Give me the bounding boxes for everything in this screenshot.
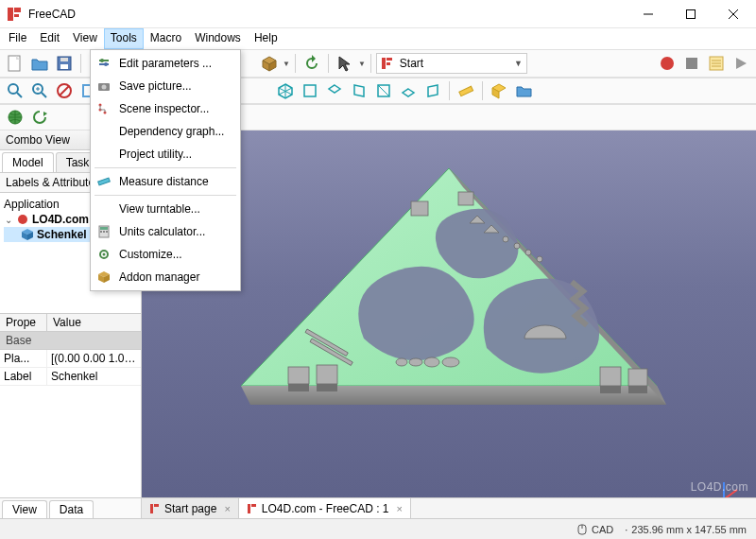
zoom-in-icon[interactable]	[28, 79, 51, 102]
svg-line-43	[378, 85, 389, 96]
menu-scene-inspector[interactable]: Scene inspector...	[93, 97, 238, 120]
calculator-icon	[96, 224, 112, 239]
refresh-icon[interactable]	[301, 52, 323, 75]
stop-icon[interactable]	[680, 52, 703, 75]
menu-addon-manager[interactable]: Addon manager	[93, 266, 238, 288]
svg-rect-11	[60, 58, 68, 61]
doc-tab-current[interactable]: LO4D.com - FreeCAD : 1 ×	[239, 498, 411, 518]
tab-model[interactable]: Model	[2, 152, 54, 172]
front-view-icon[interactable]	[299, 79, 321, 102]
menu-help[interactable]: Help	[248, 28, 284, 49]
top-view-icon[interactable]	[323, 79, 346, 102]
gear-icon	[96, 247, 112, 262]
property-row-placement[interactable]: Pla... [(0.00 0.00 1.00); 0.0...	[0, 350, 141, 368]
svg-point-91	[100, 59, 104, 62]
svg-rect-20	[686, 58, 697, 69]
svg-point-67	[442, 357, 459, 367]
play-icon[interactable]	[730, 52, 752, 75]
menu-units-calculator[interactable]: Units calculator...	[93, 220, 238, 243]
menu-view-turntable[interactable]: View turntable...	[93, 198, 238, 220]
tab-data[interactable]: Data	[49, 500, 94, 518]
svg-rect-46	[459, 86, 473, 96]
menu-edit[interactable]: Edit	[33, 28, 66, 49]
svg-point-92	[104, 62, 108, 66]
menu-dependency-graph[interactable]: Dependency graph...	[93, 120, 238, 143]
folder-icon[interactable]	[512, 79, 535, 102]
svg-line-27	[17, 93, 22, 97]
titlebar: FreeCAD	[0, 0, 756, 28]
menu-customize[interactable]: Customize...	[93, 243, 238, 266]
menu-macro[interactable]: Macro	[144, 28, 188, 49]
freecad-icon	[247, 503, 258, 514]
web-icon[interactable]	[4, 106, 26, 129]
menu-view[interactable]: View	[66, 28, 104, 49]
menu-windows[interactable]: Windows	[188, 28, 248, 49]
sliders-icon	[96, 56, 112, 71]
doc-tab-startpage[interactable]: Start page ×	[142, 498, 239, 518]
workbench-label: Start	[400, 57, 423, 70]
menu-separator	[94, 195, 236, 196]
svg-rect-60	[600, 367, 621, 386]
svg-point-26	[9, 84, 18, 94]
camera-icon	[96, 78, 112, 94]
svg-marker-41	[354, 85, 364, 96]
close-icon[interactable]: ×	[224, 503, 230, 514]
svg-point-105	[103, 253, 106, 256]
menu-tools[interactable]: Tools	[104, 28, 144, 49]
property-row-label[interactable]: Label Schenkel	[0, 368, 141, 386]
minimize-button[interactable]	[627, 0, 669, 28]
svg-rect-18	[387, 62, 390, 65]
measure-icon[interactable]	[455, 79, 477, 102]
workbench-selector[interactable]: Start ▼	[376, 53, 527, 74]
iso-view-icon[interactable]	[274, 79, 297, 102]
tree-icon	[96, 101, 112, 116]
zoom-fit-icon[interactable]	[4, 79, 26, 102]
part-cube-icon	[21, 228, 34, 241]
svg-rect-77	[317, 384, 337, 391]
toolbar-separator	[449, 81, 450, 100]
close-button[interactable]	[712, 0, 754, 28]
record-icon[interactable]	[656, 52, 679, 75]
cursor-icon[interactable]	[334, 52, 356, 75]
macro-list-icon[interactable]	[705, 52, 728, 75]
tab-view[interactable]: View	[2, 500, 47, 518]
reload-icon[interactable]	[28, 106, 51, 129]
svg-rect-59	[317, 365, 337, 384]
menu-file[interactable]: File	[2, 28, 33, 49]
cube-icon[interactable]	[258, 52, 281, 75]
menu-save-picture[interactable]: Save picture...	[93, 75, 238, 97]
twisty-open-icon[interactable]: ⌄	[4, 215, 13, 225]
no-entry-icon[interactable]	[53, 79, 76, 102]
svg-point-64	[396, 358, 407, 366]
svg-point-19	[661, 57, 674, 70]
property-group-base[interactable]: Base	[0, 332, 141, 350]
toolbar-separator	[295, 54, 296, 73]
svg-rect-4	[686, 9, 695, 18]
part-icon[interactable]	[488, 79, 510, 102]
bottom-view-icon[interactable]	[397, 79, 420, 102]
new-doc-icon[interactable]	[4, 52, 26, 75]
svg-line-33	[60, 86, 69, 96]
right-view-icon[interactable]	[348, 79, 370, 102]
nav-style-selector[interactable]: CAD	[576, 524, 613, 535]
svg-rect-63	[458, 192, 473, 205]
menu-edit-parameters[interactable]: Edit parameters ...	[93, 52, 238, 75]
svg-rect-86	[251, 504, 256, 507]
window-title: FreeCAD	[28, 8, 627, 21]
svg-marker-44	[403, 89, 414, 96]
rear-view-icon[interactable]	[372, 79, 395, 102]
svg-marker-15	[339, 57, 350, 71]
open-icon[interactable]	[28, 52, 51, 75]
svg-rect-100	[100, 227, 108, 230]
menu-measure-distance[interactable]: Measure distance	[93, 170, 238, 193]
save-icon[interactable]	[53, 52, 76, 75]
svg-rect-62	[411, 201, 428, 216]
left-view-icon[interactable]	[421, 79, 444, 102]
svg-point-51	[18, 215, 27, 224]
menubar: File Edit View Tools Macro Windows Help	[0, 28, 756, 49]
menu-project-utility[interactable]: Project utility...	[93, 143, 238, 165]
maximize-button[interactable]	[669, 0, 712, 28]
viewport-dimensions: · 235.96 mm x 147.55 mm	[625, 524, 747, 535]
svg-rect-0	[8, 8, 13, 21]
close-icon[interactable]: ×	[397, 503, 403, 514]
